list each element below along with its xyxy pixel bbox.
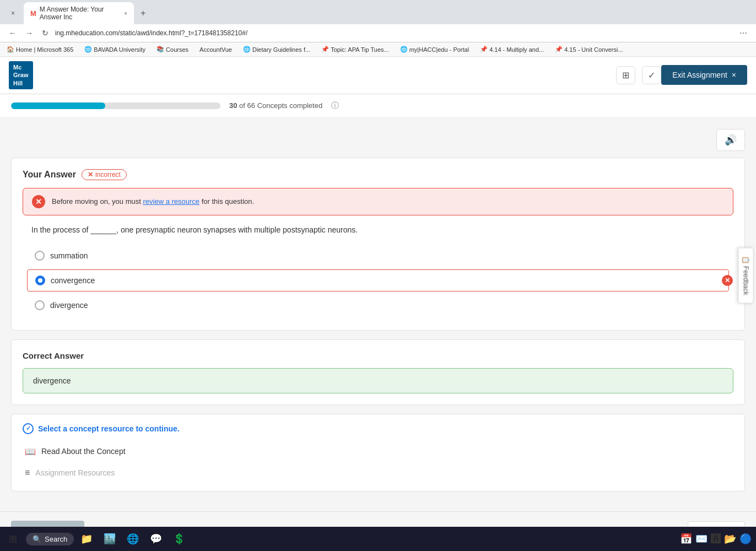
mcgraw-hill-logo: Mc Graw Hill	[9, 61, 33, 89]
incorrect-badge: ✕ incorrect	[82, 169, 127, 180]
search-icon: 🔍	[33, 535, 41, 543]
assignment-resources-icon: ≡	[25, 468, 30, 478]
resource-section: ✓ Select a concept resource to continue.…	[11, 414, 745, 491]
alert-text-after: for this question.	[202, 197, 254, 206]
taskbar-chat[interactable]: 💬	[145, 531, 166, 547]
alert-x-icon: ✕	[32, 195, 45, 208]
radio-convergence	[35, 276, 45, 285]
assignment-resources-item[interactable]: ≡ Assignment Resources	[23, 463, 733, 482]
progress-completed: 30	[229, 101, 237, 110]
logo-line2: Graw	[13, 71, 29, 79]
search-placeholder: Search	[45, 535, 67, 543]
your-answer-title: Your Answer	[23, 170, 76, 180]
apa-label: Topic: APA Tip Tues...	[331, 46, 389, 53]
answer-options: summation convergence ✕ divergence	[23, 245, 733, 316]
tab-m-icon: M	[30, 9, 36, 18]
option-summation[interactable]: summation	[27, 245, 729, 266]
radio-summation	[35, 251, 45, 261]
courses-icon: 📚	[156, 46, 164, 53]
exit-assignment-label: Exit Assignment	[672, 71, 727, 79]
tab-bar: × M M Answer Mode: Your Answer Inc × +	[0, 0, 756, 24]
dollar-icon: 💲	[173, 533, 185, 544]
taskbar-chrome: 🔵	[739, 533, 752, 545]
progress-concepts-label: Concepts completed	[257, 101, 323, 110]
taskbar-explorer[interactable]: 📁	[76, 531, 97, 547]
extensions-button[interactable]: ⋯	[737, 28, 749, 39]
resource-circle-icon: ✓	[23, 423, 34, 434]
progress-info-icon[interactable]: ⓘ	[331, 101, 339, 111]
taskbar-amazon: 🅰	[711, 533, 721, 545]
active-tab[interactable]: M M Answer Mode: Your Answer Inc ×	[24, 2, 134, 24]
taskbar-search[interactable]: 🔍 Search	[26, 533, 74, 545]
audio-button[interactable]: 🔊	[716, 129, 745, 151]
logo-line3: Hill	[13, 79, 29, 87]
grid-view-button[interactable]: ⊞	[616, 66, 635, 84]
bookmark-dietary[interactable]: 🌐 Dietary Guidelines f...	[241, 45, 312, 54]
415-label: 4.15 - Unit Conversi...	[564, 46, 623, 53]
option-convergence-label: convergence	[51, 276, 95, 285]
correct-answer-section: Correct Answer divergence	[11, 339, 745, 405]
audio-btn-container: 🔊	[11, 129, 745, 151]
feedback-label: Feedback	[742, 266, 749, 295]
active-tab-close[interactable]: ×	[124, 10, 127, 17]
feedback-tab[interactable]: 📋 Feedback	[738, 247, 753, 303]
exit-assignment-button[interactable]: Exit Assignment ×	[661, 65, 747, 85]
taskbar-folder: 📂	[724, 533, 736, 545]
alert-text: Before moving on, you must review a reso…	[52, 197, 254, 206]
taskbar-browser[interactable]: 🌐	[122, 531, 143, 547]
bookmark-bavada[interactable]: 🌐 BAVADA University	[82, 45, 148, 54]
taskbar-dollar[interactable]: 💲	[169, 531, 190, 547]
taskbar-system-icons: 📅 ✉️ 🅰 📂 🔵	[680, 533, 752, 545]
bookmark-bavada-label: BAVADA University	[94, 46, 145, 53]
assignment-resources-label: Assignment Resources	[35, 468, 115, 477]
progress-bar-fill	[11, 102, 105, 109]
review-resource-link[interactable]: review a resource	[143, 197, 199, 206]
taskbar-city[interactable]: 🏙️	[99, 531, 120, 547]
incorrect-x-icon: ✕	[88, 171, 93, 179]
read-concept-label: Read About the Concept	[41, 447, 126, 456]
correct-answer-box: divergence	[23, 368, 733, 393]
bookmark-apa[interactable]: 📌 Topic: APA Tip Tues...	[319, 45, 391, 54]
logo-line1: Mc	[13, 63, 29, 71]
taskbar: ⊞ 🔍 Search 📁 🏙️ 🌐 💬 💲 📅 ✉️ 🅰 📂 🔵	[0, 527, 756, 551]
feedback-icon: 📋	[742, 256, 749, 264]
correct-answer-value: divergence	[33, 376, 71, 385]
exit-close-icon: ×	[732, 71, 736, 79]
option-divergence-label: divergence	[50, 301, 88, 310]
option-divergence[interactable]: divergence	[27, 295, 729, 316]
bookmark-home[interactable]: 🏠 Home | Microsoft 365	[4, 45, 75, 54]
bookmark-4-15[interactable]: 📌 4.15 - Unit Conversi...	[553, 45, 625, 54]
bookmark-hacc[interactable]: 🌐 my|HACC|edu - Portal	[398, 45, 471, 54]
hacc-icon: 🌐	[400, 46, 408, 53]
your-answer-header: Your Answer ✕ incorrect	[23, 169, 733, 180]
app-header: Mc Graw Hill ⊞ ✓ Exit Assignment ×	[0, 57, 756, 94]
back-button[interactable]: ←	[7, 28, 19, 39]
radio-convergence-inner	[38, 278, 42, 283]
bookmark-4-14[interactable]: 📌 4.14 - Multiply and...	[478, 45, 546, 54]
415-icon: 📌	[555, 46, 563, 53]
browser-icon: 🌐	[127, 533, 139, 544]
main-content: 🔊 Your Answer ✕ incorrect ✕ Before movin…	[0, 118, 756, 511]
option-convergence[interactable]: convergence ✕	[27, 269, 729, 291]
bookmarks-bar: 🏠 Home | Microsoft 365 🌐 BAVADA Universi…	[0, 42, 756, 57]
active-tab-label: M Answer Mode: Your Answer Inc	[40, 6, 121, 21]
tab-close-x[interactable]: ×	[4, 6, 21, 20]
radio-divergence	[35, 300, 45, 310]
explorer-icon: 📁	[80, 533, 93, 544]
read-concept-item[interactable]: 📖 Read About the Concept	[23, 442, 733, 461]
question-text: In the process of ______, one presynapti…	[23, 225, 733, 234]
bookmark-courses[interactable]: 📚 Courses	[154, 45, 191, 54]
header-icons: ⊞ ✓	[616, 66, 661, 84]
address-input[interactable]	[55, 29, 733, 37]
forward-button[interactable]: →	[23, 28, 35, 39]
progress-total: 66	[247, 101, 255, 110]
reload-button[interactable]: ↻	[40, 28, 51, 39]
bookmark-accountvue[interactable]: AccountVue	[197, 45, 234, 54]
your-answer-section: Your Answer ✕ incorrect ✕ Before moving …	[11, 158, 745, 331]
new-tab-button[interactable]: +	[136, 6, 150, 20]
start-button[interactable]: ⊞	[4, 531, 21, 547]
resource-header[interactable]: ✓ Select a concept resource to continue.	[23, 423, 733, 434]
check-button[interactable]: ✓	[642, 66, 661, 84]
apa-icon: 📌	[321, 46, 329, 53]
taskbar-mail: ✉️	[695, 533, 708, 545]
